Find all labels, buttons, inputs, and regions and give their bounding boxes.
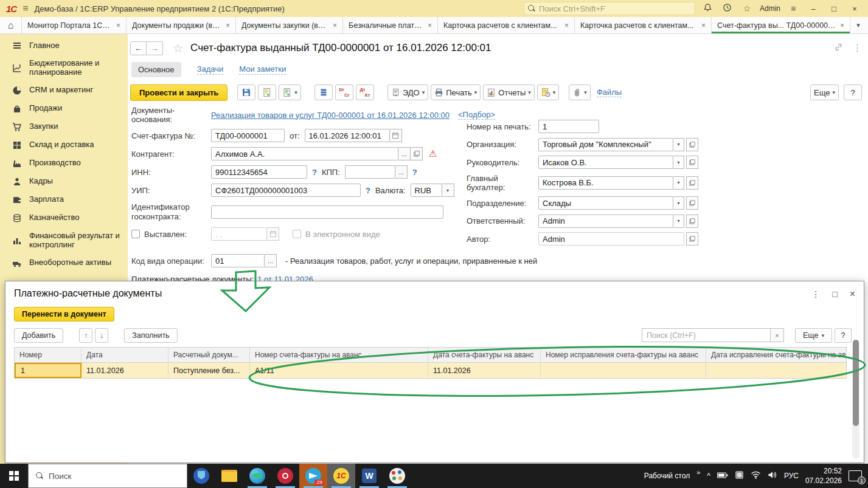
move-up-button[interactable]: ↑ xyxy=(79,328,92,343)
hidden-icons-chevron[interactable]: ^ xyxy=(707,472,710,480)
sidebar-item-treasury[interactable]: Казначейство xyxy=(0,209,128,227)
col-correction-number[interactable]: Номер исправления счета-фактуры на аванс xyxy=(541,348,706,363)
calendar-icon[interactable] xyxy=(390,129,402,142)
taskbar-app-explorer[interactable] xyxy=(215,464,243,488)
tab-tasks[interactable]: Задачи xyxy=(197,64,224,75)
tab-monitor-its[interactable]: Монитор Портала 1С:ИТС× xyxy=(22,17,127,33)
toolbar-overflow-icon[interactable]: » xyxy=(696,469,700,476)
close-icon[interactable]: × xyxy=(226,21,230,30)
open-icon[interactable] xyxy=(686,232,698,246)
taskbar-app-media[interactable] xyxy=(271,464,299,488)
tab-main-section[interactable]: Основное xyxy=(131,62,181,77)
col-number[interactable]: Номер xyxy=(15,348,82,363)
col-date[interactable]: Дата xyxy=(82,348,168,363)
close-icon[interactable]: × xyxy=(564,21,569,30)
cell-advance-invoice-date[interactable]: 11.01.2026 xyxy=(428,363,541,378)
notifications-bell-icon[interactable] xyxy=(701,3,715,14)
col-correction-date[interactable]: Дата исправления счета-фактуры на аванс xyxy=(706,348,846,363)
favorites-star-icon[interactable]: ☆ xyxy=(740,4,754,13)
col-settlement-doc[interactable]: Расчетный докум... xyxy=(168,348,250,363)
fill-button[interactable]: Заполнить xyxy=(124,328,177,343)
kpp-input[interactable] xyxy=(345,165,395,179)
open-icon[interactable] xyxy=(686,215,698,228)
clear-search-icon[interactable]: × xyxy=(771,328,784,342)
uip-help-icon[interactable]: ? xyxy=(366,186,370,195)
inn-help-icon[interactable]: ? xyxy=(312,168,317,177)
language-indicator[interactable]: РУС xyxy=(784,472,799,480)
popup-search[interactable]: × xyxy=(642,328,784,342)
popup-search-input[interactable] xyxy=(642,328,771,342)
counterparty-input[interactable] xyxy=(211,147,398,160)
nav-back-button[interactable]: ← xyxy=(130,41,147,55)
invoice-date-input[interactable] xyxy=(305,129,390,142)
col-advance-invoice-number[interactable]: Номер счета-фактуры на аванс xyxy=(250,348,428,363)
head-input[interactable] xyxy=(538,156,673,169)
open-icon[interactable] xyxy=(686,176,698,190)
battery-icon[interactable] xyxy=(717,472,728,481)
document-history-button[interactable]: ▾ xyxy=(537,84,560,100)
volume-icon[interactable] xyxy=(768,471,777,481)
tab-home[interactable]: ⌂ xyxy=(0,17,22,33)
popup-close-icon[interactable]: × xyxy=(850,289,855,300)
post-document-button[interactable] xyxy=(258,84,276,100)
service-menu-icon[interactable]: ≡ xyxy=(786,4,800,13)
popup-maximize-icon[interactable]: □ xyxy=(832,289,837,299)
dropdown-icon[interactable]: ▾ xyxy=(673,215,684,228)
cell-settlement-doc[interactable]: Поступление без... xyxy=(168,363,250,378)
print-number-input[interactable] xyxy=(538,120,599,133)
global-search-input[interactable] xyxy=(539,4,691,13)
sidebar-item-warehouse[interactable]: Склад и доставка xyxy=(0,136,128,154)
add-button[interactable]: Добавить xyxy=(14,328,63,343)
open-icon[interactable] xyxy=(411,147,423,160)
edo-button[interactable]: ЭДО▾ xyxy=(387,84,428,100)
reports-button[interactable]: Отчеты▾ xyxy=(483,84,534,100)
wifi-icon[interactable] xyxy=(751,471,761,481)
department-input[interactable] xyxy=(538,196,673,210)
sidebar-item-main[interactable]: Главное xyxy=(0,36,128,55)
open-icon[interactable] xyxy=(686,156,698,169)
move-down-button[interactable]: ↓ xyxy=(95,328,108,343)
tab-cashless-payments[interactable]: Безналичные платежи× xyxy=(343,17,438,33)
sidebar-item-noncurrent-assets[interactable]: Внеоборотные активы xyxy=(0,254,128,272)
maximize-button[interactable]: □ xyxy=(827,4,841,13)
uip-input[interactable] xyxy=(211,184,361,197)
scrollbar-thumb[interactable] xyxy=(853,340,859,426)
taskbar-search-input[interactable] xyxy=(49,472,179,481)
help-button[interactable]: ? xyxy=(844,84,862,100)
registers-button[interactable] xyxy=(314,84,333,100)
action-center-icon[interactable]: 1 xyxy=(849,470,862,481)
cell-advance-invoice-number[interactable]: А1/11 xyxy=(250,363,428,378)
nav-forward-button[interactable]: → xyxy=(147,41,163,55)
start-button[interactable] xyxy=(0,464,28,488)
history-icon[interactable] xyxy=(721,3,734,14)
taskbar-search[interactable] xyxy=(28,464,187,488)
cell-number[interactable]: 1 xyxy=(15,363,82,378)
close-icon[interactable]: × xyxy=(840,21,844,30)
popup-more-button[interactable]: Еще▾ xyxy=(795,328,832,343)
global-search[interactable] xyxy=(524,2,695,15)
currency-dropdown-icon[interactable]: ▾ xyxy=(442,184,454,197)
popup-more-icon[interactable]: ⋮ xyxy=(811,289,820,299)
currency-input[interactable] xyxy=(411,184,442,197)
invoice-number-input[interactable] xyxy=(211,129,285,142)
get-link-icon[interactable] xyxy=(834,43,843,53)
tab-my-notes[interactable]: Мои заметки xyxy=(239,64,286,75)
tray-app-icon[interactable] xyxy=(735,470,744,481)
operation-code-input[interactable] xyxy=(211,254,265,267)
dropdown-icon[interactable]: ▾ xyxy=(673,156,684,169)
kpp-help-icon[interactable]: ? xyxy=(412,168,417,177)
gov-contract-input[interactable] xyxy=(211,205,443,219)
taskbar-app-word[interactable]: W xyxy=(355,464,383,488)
close-icon[interactable]: × xyxy=(333,21,337,30)
sidebar-item-production[interactable]: Производство xyxy=(0,154,128,173)
post-document-menu-button[interactable]: ▾ xyxy=(279,84,301,100)
sidebar-item-sales[interactable]: Продажи xyxy=(0,100,128,118)
close-icon[interactable]: × xyxy=(701,21,706,30)
attachments-button[interactable]: ▾ xyxy=(569,84,591,100)
tab-client-card-1[interactable]: Карточка расчетов с клиентам...× xyxy=(438,17,575,33)
dropdown-icon[interactable]: ▾ xyxy=(673,138,684,151)
cell-correction-number[interactable] xyxy=(541,363,706,378)
sidebar-item-financial-result[interactable]: Финансовый результат и контроллинг xyxy=(0,227,128,254)
electronic-checkbox[interactable] xyxy=(293,230,301,238)
desktop-toolbar-label[interactable]: Рабочий стол xyxy=(644,472,690,480)
